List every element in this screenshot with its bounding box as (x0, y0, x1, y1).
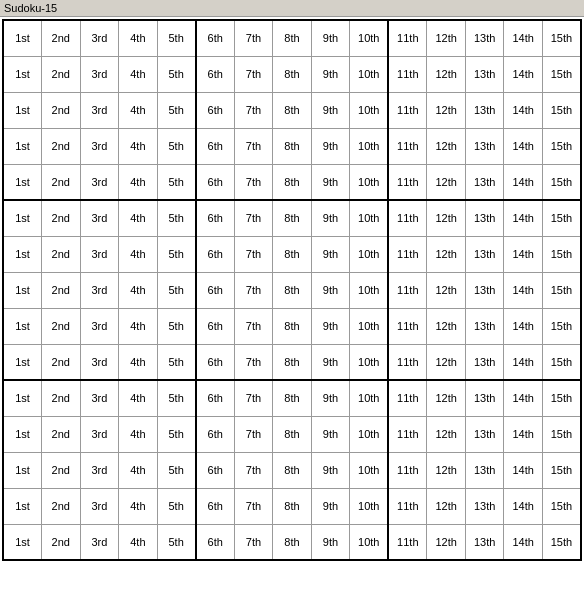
cell-r14-c3[interactable]: 4th (119, 524, 158, 560)
cell-r4-c5[interactable]: 6th (196, 164, 235, 200)
cell-r2-c9[interactable]: 10th (350, 92, 389, 128)
cell-r0-c14[interactable]: 15th (542, 20, 581, 56)
cell-r9-c13[interactable]: 14th (504, 344, 543, 380)
cell-r4-c8[interactable]: 9th (311, 164, 350, 200)
cell-r3-c6[interactable]: 7th (234, 128, 273, 164)
cell-r3-c0[interactable]: 1st (3, 128, 42, 164)
cell-r6-c9[interactable]: 10th (350, 236, 389, 272)
cell-r3-c11[interactable]: 12th (427, 128, 466, 164)
cell-r12-c9[interactable]: 10th (350, 452, 389, 488)
cell-r11-c6[interactable]: 7th (234, 416, 273, 452)
cell-r9-c8[interactable]: 9th (311, 344, 350, 380)
cell-r1-c13[interactable]: 14th (504, 56, 543, 92)
cell-r9-c1[interactable]: 2nd (42, 344, 81, 380)
cell-r10-c13[interactable]: 14th (504, 380, 543, 416)
cell-r12-c2[interactable]: 3rd (80, 452, 119, 488)
cell-r14-c12[interactable]: 13th (465, 524, 504, 560)
cell-r13-c2[interactable]: 3rd (80, 488, 119, 524)
cell-r4-c13[interactable]: 14th (504, 164, 543, 200)
cell-r3-c12[interactable]: 13th (465, 128, 504, 164)
cell-r5-c1[interactable]: 2nd (42, 200, 81, 236)
cell-r3-c7[interactable]: 8th (273, 128, 312, 164)
cell-r10-c1[interactable]: 2nd (42, 380, 81, 416)
cell-r10-c4[interactable]: 5th (157, 380, 196, 416)
cell-r11-c14[interactable]: 15th (542, 416, 581, 452)
cell-r11-c0[interactable]: 1st (3, 416, 42, 452)
cell-r2-c6[interactable]: 7th (234, 92, 273, 128)
cell-r14-c14[interactable]: 15th (542, 524, 581, 560)
cell-r7-c1[interactable]: 2nd (42, 272, 81, 308)
cell-r10-c14[interactable]: 15th (542, 380, 581, 416)
cell-r4-c6[interactable]: 7th (234, 164, 273, 200)
cell-r14-c2[interactable]: 3rd (80, 524, 119, 560)
cell-r7-c3[interactable]: 4th (119, 272, 158, 308)
cell-r4-c9[interactable]: 10th (350, 164, 389, 200)
cell-r13-c0[interactable]: 1st (3, 488, 42, 524)
cell-r5-c11[interactable]: 12th (427, 200, 466, 236)
cell-r6-c1[interactable]: 2nd (42, 236, 81, 272)
cell-r12-c10[interactable]: 11th (388, 452, 427, 488)
cell-r10-c2[interactable]: 3rd (80, 380, 119, 416)
cell-r12-c12[interactable]: 13th (465, 452, 504, 488)
cell-r6-c4[interactable]: 5th (157, 236, 196, 272)
cell-r11-c1[interactable]: 2nd (42, 416, 81, 452)
cell-r3-c9[interactable]: 10th (350, 128, 389, 164)
cell-r2-c7[interactable]: 8th (273, 92, 312, 128)
cell-r14-c6[interactable]: 7th (234, 524, 273, 560)
cell-r10-c9[interactable]: 10th (350, 380, 389, 416)
cell-r11-c11[interactable]: 12th (427, 416, 466, 452)
cell-r14-c13[interactable]: 14th (504, 524, 543, 560)
cell-r6-c14[interactable]: 15th (542, 236, 581, 272)
cell-r13-c7[interactable]: 8th (273, 488, 312, 524)
cell-r13-c4[interactable]: 5th (157, 488, 196, 524)
cell-r2-c5[interactable]: 6th (196, 92, 235, 128)
cell-r8-c13[interactable]: 14th (504, 308, 543, 344)
cell-r0-c2[interactable]: 3rd (80, 20, 119, 56)
cell-r1-c12[interactable]: 13th (465, 56, 504, 92)
cell-r0-c12[interactable]: 13th (465, 20, 504, 56)
cell-r9-c5[interactable]: 6th (196, 344, 235, 380)
cell-r0-c8[interactable]: 9th (311, 20, 350, 56)
cell-r1-c7[interactable]: 8th (273, 56, 312, 92)
cell-r12-c1[interactable]: 2nd (42, 452, 81, 488)
cell-r3-c5[interactable]: 6th (196, 128, 235, 164)
cell-r5-c14[interactable]: 15th (542, 200, 581, 236)
cell-r6-c2[interactable]: 3rd (80, 236, 119, 272)
cell-r0-c10[interactable]: 11th (388, 20, 427, 56)
cell-r8-c12[interactable]: 13th (465, 308, 504, 344)
cell-r14-c7[interactable]: 8th (273, 524, 312, 560)
cell-r6-c3[interactable]: 4th (119, 236, 158, 272)
cell-r2-c8[interactable]: 9th (311, 92, 350, 128)
cell-r4-c1[interactable]: 2nd (42, 164, 81, 200)
cell-r5-c0[interactable]: 1st (3, 200, 42, 236)
cell-r9-c6[interactable]: 7th (234, 344, 273, 380)
cell-r7-c6[interactable]: 7th (234, 272, 273, 308)
cell-r3-c13[interactable]: 14th (504, 128, 543, 164)
cell-r6-c0[interactable]: 1st (3, 236, 42, 272)
cell-r5-c13[interactable]: 14th (504, 200, 543, 236)
cell-r6-c6[interactable]: 7th (234, 236, 273, 272)
cell-r2-c10[interactable]: 11th (388, 92, 427, 128)
cell-r6-c8[interactable]: 9th (311, 236, 350, 272)
cell-r6-c5[interactable]: 6th (196, 236, 235, 272)
cell-r8-c8[interactable]: 9th (311, 308, 350, 344)
cell-r7-c0[interactable]: 1st (3, 272, 42, 308)
cell-r8-c10[interactable]: 11th (388, 308, 427, 344)
cell-r5-c2[interactable]: 3rd (80, 200, 119, 236)
cell-r14-c11[interactable]: 12th (427, 524, 466, 560)
cell-r11-c7[interactable]: 8th (273, 416, 312, 452)
cell-r8-c9[interactable]: 10th (350, 308, 389, 344)
cell-r4-c2[interactable]: 3rd (80, 164, 119, 200)
cell-r13-c11[interactable]: 12th (427, 488, 466, 524)
cell-r8-c1[interactable]: 2nd (42, 308, 81, 344)
cell-r12-c0[interactable]: 1st (3, 452, 42, 488)
cell-r13-c1[interactable]: 2nd (42, 488, 81, 524)
cell-r0-c9[interactable]: 10th (350, 20, 389, 56)
cell-r7-c2[interactable]: 3rd (80, 272, 119, 308)
cell-r6-c13[interactable]: 14th (504, 236, 543, 272)
cell-r8-c3[interactable]: 4th (119, 308, 158, 344)
cell-r10-c3[interactable]: 4th (119, 380, 158, 416)
cell-r8-c11[interactable]: 12th (427, 308, 466, 344)
cell-r2-c0[interactable]: 1st (3, 92, 42, 128)
cell-r14-c10[interactable]: 11th (388, 524, 427, 560)
